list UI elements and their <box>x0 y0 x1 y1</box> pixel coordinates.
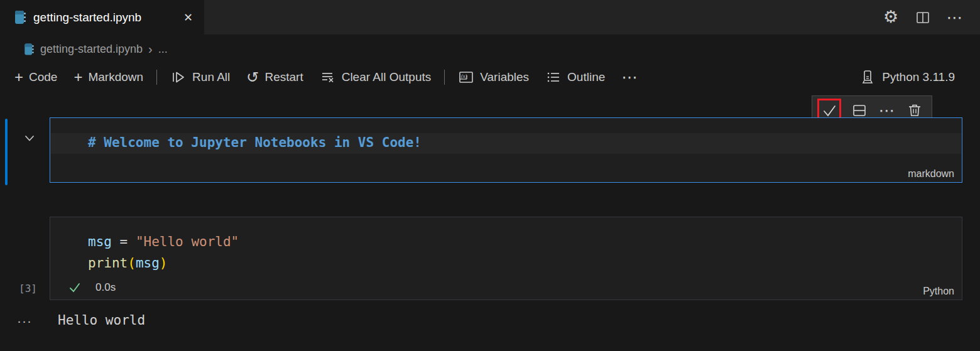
settings-button[interactable]: ⚙ <box>882 9 900 26</box>
cell-language-picker[interactable]: Python <box>923 286 954 297</box>
clear-outputs-label: Clear All Outputs <box>342 70 432 84</box>
plus-icon: + <box>14 71 23 84</box>
code-token: msg <box>136 256 160 271</box>
code-token: "Hello world" <box>136 234 239 249</box>
add-markdown-cell-button[interactable]: + Markdown <box>65 67 151 88</box>
toolbar-separator <box>444 70 445 85</box>
cell-more-actions-button[interactable]: ⋯ <box>878 101 896 120</box>
code-token: print <box>88 256 128 271</box>
split-editor-icon <box>915 10 930 25</box>
split-cell-button[interactable] <box>850 101 869 120</box>
svg-text:(x): (x) <box>461 73 467 79</box>
run-all-icon <box>170 70 187 85</box>
add-code-label: Code <box>29 70 57 84</box>
kernel-vm-icon <box>859 69 876 85</box>
restart-button[interactable]: ↺ Restart <box>238 67 311 88</box>
trash-icon <box>906 102 923 119</box>
breadcrumb-more[interactable]: ... <box>158 43 168 56</box>
more-icon: ⋯ <box>879 102 896 119</box>
markdown-source: # Welcome to Jupyter Notebooks in VS Cod… <box>88 135 422 150</box>
restart-icon: ↺ <box>246 71 259 84</box>
outline-button[interactable]: Outline <box>537 66 613 89</box>
close-icon[interactable]: ✕ <box>181 11 195 24</box>
run-all-button[interactable]: Run All <box>162 66 238 89</box>
more-actions-button[interactable]: ⋯ <box>946 9 964 26</box>
toolbar-more-button[interactable]: ⋯ <box>613 65 646 89</box>
code-token: = <box>112 234 136 249</box>
notebook-toolbar: + Code + Markdown Run All ↺ Restart <box>6 62 980 93</box>
delete-cell-button[interactable] <box>905 101 924 120</box>
clear-all-outputs-button[interactable]: Clear All Outputs <box>312 66 440 89</box>
clear-outputs-icon <box>320 70 336 85</box>
code-cell-editor[interactable]: msg = "Hello world"print(msg) 0.0s Pytho… <box>50 217 962 300</box>
variables-icon: (x) <box>458 70 474 85</box>
success-check-icon <box>68 281 82 294</box>
gear-icon: ⚙ <box>883 9 898 26</box>
tab-getting-started[interactable]: getting-started.ipynb ✕ <box>0 0 204 35</box>
check-icon <box>821 102 837 119</box>
vscode-notebook-window: getting-started.ipynb ✕ ⚙ ⋯ getting-star… <box>0 0 980 351</box>
add-code-cell-button[interactable]: + Code <box>6 67 65 88</box>
collapse-cell-button[interactable] <box>21 130 38 146</box>
breadcrumb: getting-started.ipynb › ... <box>24 39 168 59</box>
execution-time: 0.0s <box>95 281 116 294</box>
tab-bar: getting-started.ipynb ✕ ⚙ ⋯ <box>0 0 980 35</box>
plus-icon: + <box>74 71 82 84</box>
code-token: msg <box>88 234 112 249</box>
more-icon: ⋯ <box>947 9 964 26</box>
kernel-picker-button[interactable]: Python 3.11.9 <box>859 62 955 93</box>
execution-count: [3] <box>19 283 37 294</box>
more-icon: ⋯ <box>621 69 638 85</box>
split-cell-icon <box>851 102 868 119</box>
variables-button[interactable]: (x) Variables <box>450 66 537 89</box>
kernel-label: Python 3.11.9 <box>882 70 955 84</box>
editor-actions: ⚙ ⋯ <box>882 0 964 35</box>
toolbar-separator <box>156 70 157 85</box>
output-text: Hello world <box>58 313 145 328</box>
split-editor-button[interactable] <box>914 9 932 26</box>
variables-label: Variables <box>480 70 529 84</box>
code-source: msg = "Hello world"print(msg) <box>88 231 239 274</box>
code-token: ) <box>160 256 168 271</box>
notebook-file-icon <box>15 11 26 24</box>
outline-icon <box>545 70 562 85</box>
run-all-label: Run All <box>192 70 230 84</box>
code-token: ( <box>128 256 136 271</box>
tab-title: getting-started.ipynb <box>33 11 173 24</box>
output-options-button[interactable]: ··· <box>17 314 32 327</box>
cell-focus-bar[interactable] <box>5 119 8 185</box>
add-markdown-label: Markdown <box>88 70 143 84</box>
outline-label: Outline <box>567 70 605 84</box>
markdown-cell-editor[interactable]: # Welcome to Jupyter Notebooks in VS Cod… <box>50 117 962 183</box>
restart-label: Restart <box>264 70 303 84</box>
execution-status: 0.0s <box>68 281 116 294</box>
cell-language-picker[interactable]: markdown <box>908 168 954 180</box>
chevron-right-icon: › <box>148 42 153 57</box>
chevron-down-icon <box>21 130 38 146</box>
notebook-file-icon <box>24 43 33 55</box>
breadcrumb-file[interactable]: getting-started.ipynb <box>40 43 143 56</box>
